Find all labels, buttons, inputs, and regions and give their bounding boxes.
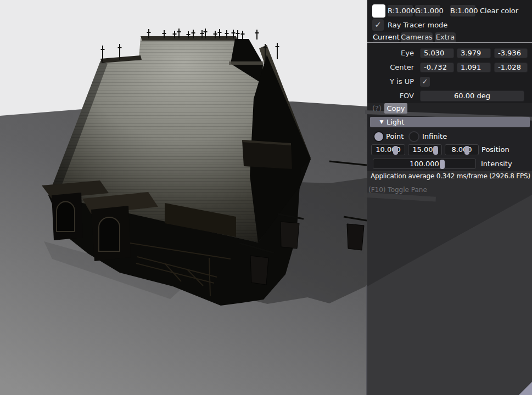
slider-handle[interactable] bbox=[464, 146, 469, 155]
ray-tracer-checkbox[interactable]: ✓ bbox=[372, 19, 384, 31]
clear-color-label: Clear color bbox=[480, 5, 518, 16]
eye-x-field[interactable]: 5.030 bbox=[420, 48, 454, 58]
center-y-field[interactable]: 1.091 bbox=[457, 63, 491, 72]
position-label: Position bbox=[481, 144, 509, 155]
slider-handle[interactable] bbox=[393, 146, 398, 155]
check-icon: ✓ bbox=[374, 20, 382, 30]
y-up-checkbox[interactable]: ✓ bbox=[420, 77, 430, 87]
infinite-label: Infinite bbox=[422, 131, 447, 142]
tab-underline bbox=[367, 42, 532, 43]
point-radio[interactable] bbox=[373, 131, 384, 142]
slider-value: 100.000 bbox=[410, 160, 439, 168]
point-label: Point bbox=[386, 131, 404, 142]
green-value-button[interactable]: G:1.000 bbox=[415, 5, 440, 16]
light-group-title: Light bbox=[387, 117, 404, 127]
panel-resize-grip[interactable] bbox=[519, 382, 532, 395]
tab-extra[interactable]: Extra bbox=[435, 32, 456, 42]
center-label: Center bbox=[367, 63, 414, 72]
eye-y-field[interactable]: 3.979 bbox=[457, 48, 491, 58]
fov-label: FOV bbox=[367, 91, 414, 101]
tab-cameras[interactable]: Cameras bbox=[401, 32, 433, 42]
eye-z-field[interactable]: -3.936 bbox=[494, 48, 528, 58]
collapse-triangle-icon[interactable]: ▼ bbox=[376, 117, 387, 127]
slider-handle[interactable] bbox=[433, 146, 438, 155]
check-icon: ✓ bbox=[422, 77, 428, 86]
tab-current[interactable]: Current bbox=[373, 32, 399, 42]
y-up-label: Y is UP bbox=[367, 77, 414, 87]
eye-label: Eye bbox=[367, 48, 414, 58]
control-panel: R:1.000 G:1.000 B:1.000 Clear color ✓ Ra… bbox=[367, 0, 532, 395]
clear-color-swatch[interactable] bbox=[372, 4, 385, 18]
light-position-z-slider[interactable]: 8.000 bbox=[445, 144, 479, 155]
toggle-pane-hint: (F10) Toggle Pane bbox=[368, 186, 427, 194]
light-position-x-slider[interactable]: 10.000 bbox=[371, 144, 405, 155]
light-intensity-slider[interactable]: 100.000 bbox=[373, 159, 476, 169]
slider-handle[interactable] bbox=[440, 160, 445, 169]
copy-button[interactable]: Copy bbox=[384, 103, 407, 114]
infinite-radio[interactable] bbox=[408, 131, 419, 142]
center-z-field[interactable]: -1.028 bbox=[494, 63, 528, 72]
light-position-y-slider[interactable]: 15.000 bbox=[408, 144, 442, 155]
light-group-header[interactable]: ▼ Light bbox=[370, 117, 530, 127]
help-icon[interactable]: (?) bbox=[372, 104, 382, 114]
center-x-field[interactable]: -0.732 bbox=[420, 63, 454, 72]
fps-status-text: Application average 0.342 ms/frame (2926… bbox=[371, 172, 530, 180]
fov-field[interactable]: 60.00 deg bbox=[420, 91, 524, 101]
ray-tracer-label: Ray Tracer mode bbox=[388, 19, 447, 31]
red-value-button[interactable]: R:1.000 bbox=[388, 5, 413, 16]
panel-left-edge bbox=[366, 285, 367, 395]
blue-value-button[interactable]: B:1.000 bbox=[450, 5, 475, 16]
intensity-label: Intensity bbox=[481, 159, 512, 169]
app-window: R:1.000 G:1.000 B:1.000 Clear color ✓ Ra… bbox=[0, 0, 532, 395]
